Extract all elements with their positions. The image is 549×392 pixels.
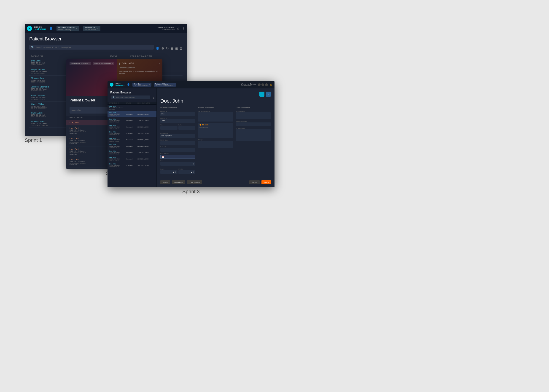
col-patient-id: PATIENT / ID ▼: [109, 102, 126, 104]
win3-patient-name: Doe John: [109, 138, 126, 139]
win3-patient-id: 12345678X0UD: [109, 160, 126, 161]
prior-studies-button[interactable]: Prior Studies: [187, 180, 202, 184]
first-name-value[interactable]: John: [160, 119, 195, 123]
patient-tab-rebecca[interactable]: Rebecca Williams FROMC Standing ×: [57, 26, 79, 31]
win3-right-panel: ↓ ↑ Doe, John Personal Information Last …: [157, 88, 274, 187]
local-data-button[interactable]: Local Data: [172, 180, 185, 184]
filter-icon[interactable]: 👤: [156, 47, 159, 50]
tab-close-rebecca[interactable]: ×: [76, 27, 77, 29]
rp-comments-label: RP Comments: [236, 127, 271, 129]
admitting-diagnosis-value[interactable]: [198, 112, 233, 121]
win2-modal-close[interactable]: ×: [159, 63, 160, 65]
patient-id-field-value[interactable]: [160, 148, 195, 152]
win3-tab2[interactable]: Rebecca Williams 09/01, 20xx - Mammograp…: [154, 83, 176, 87]
tab1-close[interactable]: ×: [149, 84, 150, 85]
patient-cell: Doe John 10/11, 1990, Male 12345678X0UD: [109, 138, 126, 142]
sprint3-container: H SIEMENS Healthineers 👤 John Doe 12/11,…: [108, 81, 274, 187]
circle-btn2[interactable]: [261, 83, 264, 86]
rp-info-value[interactable]: [236, 112, 271, 119]
win3-status: Scheduled: [126, 146, 137, 147]
tab2-close[interactable]: ×: [173, 84, 174, 85]
export-icon[interactable]: ⊠: [180, 47, 182, 50]
siemens-logo-icon: H: [27, 26, 32, 31]
last-name-label: Last Name*: [160, 111, 195, 112]
height-value[interactable]: ▲▼: [160, 170, 178, 174]
table-row[interactable]: Doe John 10/11, 1990, Male 12345678X0UD …: [108, 156, 157, 162]
refresh-icon[interactable]: ↻: [166, 47, 169, 50]
win3-action-icon1[interactable]: ↓: [260, 92, 264, 97]
circle-btn1[interactable]: [258, 83, 260, 86]
patient-id-label: Patient ID: [160, 146, 195, 147]
win3-body: Patient Browser 🔍 ↻ PATIENT / ID ▼ STATU…: [108, 88, 274, 187]
tab-close-jack[interactable]: ×: [97, 27, 98, 29]
alert-dot: 🔶: [199, 124, 201, 126]
menu-icon[interactable]: ⋮: [182, 27, 185, 30]
allergies-label: Allergies: [198, 139, 233, 140]
title-value[interactable]: [160, 126, 178, 130]
table-row[interactable]: Doe John 10/11, 1990, Male 12345678X0UD …: [108, 111, 157, 117]
win3-patient-id: 12345678X0UD: [109, 147, 126, 148]
win3-action-icon2[interactable]: ↑: [266, 92, 271, 97]
win3-search-bar: 🔍: [111, 96, 150, 99]
win3-patient-id: No ID yet: [109, 109, 126, 110]
dob-field-value[interactable]: 📅: [160, 155, 195, 159]
delete-button[interactable]: Delete: [160, 180, 170, 184]
grid-icon[interactable]: ⊞: [171, 47, 173, 50]
alerts-section: 🔶 🔶 Alerts Medical Alerts: [198, 123, 233, 138]
win3-patient-name: Doe John: [109, 163, 126, 165]
win3-patient-name: Doe John: [109, 112, 126, 113]
win3-search-input[interactable]: [116, 97, 149, 98]
patient-cell: Doe John 10/11, 1990, Male 12345678X0UD: [109, 125, 126, 129]
win3-patient-name: Doe John: [109, 131, 126, 133]
tab-name-rebecca: Rebecca Williams: [58, 27, 75, 29]
table-row[interactable]: Doe John 10/11, 1990, Male 12345678X0UD …: [108, 124, 157, 130]
win2-tab1[interactable]: Werner von Siemens ×: [70, 62, 91, 65]
patient-tab-jack[interactable]: Jack Bauer FROMC Sophie ×: [83, 26, 101, 31]
win3-header-right: Werner von Siemens Hospital Erlangen ⚠: [241, 83, 272, 86]
last-name-value[interactable]: Doe: [160, 112, 195, 116]
rp-comments-value[interactable]: [236, 129, 271, 141]
win2-modal-sub: Patient Registration: [119, 67, 160, 69]
height-field: Height ▲▼: [160, 168, 178, 174]
alert-icon[interactable]: ⚠: [177, 27, 180, 30]
first-name-field: First Name* John: [160, 117, 195, 123]
cancel-button[interactable]: Cancel: [249, 180, 260, 184]
weight-value[interactable]: ▲▼: [178, 170, 195, 174]
win3-tab1[interactable]: John Doe 12/11, 1994 - Vitals MG ×: [132, 83, 152, 87]
suffix-value[interactable]: [178, 126, 195, 130]
table-header: PATIENT / ID STATUS PROC DATE AND TIME: [29, 54, 182, 58]
table-row[interactable]: Doe John 10/11, 1990, Male 12345678X0UD …: [108, 143, 157, 149]
options-icon[interactable]: ⚙: [161, 47, 164, 50]
accession-value[interactable]: [236, 122, 271, 126]
medical-alerts-label: Medical Alerts: [199, 126, 232, 128]
patient-cell: Doe John 10/11, 1990, Male 12345678X0UD: [109, 144, 126, 148]
sprint3-label: Sprint 3: [182, 189, 200, 195]
search-input[interactable]: [36, 46, 152, 49]
medical-alerts-value[interactable]: [199, 128, 232, 135]
medical-section-title: Medical Information: [198, 107, 233, 109]
exam-button[interactable]: Exam: [261, 180, 271, 184]
circle-btn3[interactable]: [265, 83, 268, 86]
allergies-value[interactable]: [198, 141, 233, 148]
win3-alert-icon[interactable]: ⚠: [270, 83, 272, 86]
win2-tab2[interactable]: Werner von Siemens ×: [93, 62, 114, 65]
accession-field: Accession Number: [236, 121, 271, 126]
table-row[interactable]: Doe John Date of Birth: unknown No ID ye…: [108, 105, 157, 111]
logo-bottom: Healthineers: [34, 28, 46, 30]
win3-user-name: Werner von Siemens: [241, 83, 256, 85]
sex-value[interactable]: ▼: [160, 162, 195, 166]
win3-patient-id: 12345678X0UD: [109, 128, 126, 129]
procedure-id-value[interactable]: felix-fdgs-y587: [160, 134, 195, 138]
tab-sub-rebecca: FROMC Standing: [58, 29, 75, 30]
table-row[interactable]: Doe John 10/11, 1990, Male 12345678X0UD …: [108, 117, 157, 124]
win3-date: 22.05.2017, 12:24: [137, 165, 155, 166]
table-row[interactable]: Doe John 10/11, 1990, Male 12345678X0UD …: [108, 149, 157, 156]
list-icon[interactable]: ⊟: [175, 47, 178, 50]
table-row[interactable]: Doe John 10/11, 1990, Male 12345678X0UD …: [108, 162, 157, 168]
middle-name-value[interactable]: [160, 141, 195, 145]
win3-patient-name: Doe John: [109, 150, 126, 152]
win3-refresh-icon[interactable]: ↻: [153, 97, 155, 99]
table-row[interactable]: Doe John 10/11, 1990, Male 12345678X0UD …: [108, 137, 157, 143]
win3-date: 22.05.2017, 12:24: [137, 113, 155, 115]
table-row[interactable]: Doe John 10/11, 1990, Male 12345678X0UD …: [108, 130, 157, 137]
